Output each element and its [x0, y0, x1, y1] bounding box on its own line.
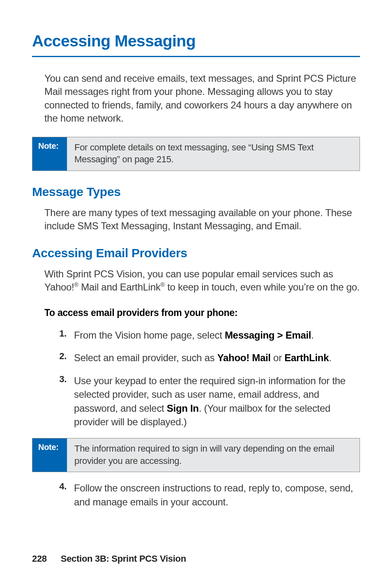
email-providers-intro: With Sprint PCS Vision, you can use popu… [44, 267, 360, 294]
step-body: Select an email provider, such as Yahoo!… [74, 351, 332, 365]
intro-paragraph: You can send and receive emails, text me… [44, 72, 360, 125]
step-body: From the Vision home page, select Messag… [74, 328, 314, 342]
list-item: 2. Select an email provider, such as Yah… [56, 351, 360, 365]
bold-text: Sign In [167, 403, 199, 414]
text: or [271, 352, 284, 363]
text: . [311, 330, 314, 341]
step-number: 2. [56, 351, 74, 365]
heading-message-types: Message Types [32, 185, 360, 199]
heading-email-providers: Accessing Email Providers [32, 246, 360, 260]
bold-text: Yahoo! Mail [217, 352, 271, 363]
note-label: Note: [32, 137, 67, 171]
page-title: Accessing Messaging [32, 32, 360, 57]
bold-text: EarthLink [284, 352, 329, 363]
bold-text: Messaging > Email [225, 330, 311, 341]
text: Select an email provider, such as [74, 352, 217, 363]
note-text: For complete details on text messaging, … [67, 137, 360, 171]
procedure-lead: To access email providers from your phon… [44, 307, 360, 318]
step-number: 1. [56, 328, 74, 342]
list-item: 1. From the Vision home page, select Mes… [56, 328, 360, 342]
list-item: 4. Follow the onscreen instructions to r… [56, 481, 360, 509]
text: From the Vision home page, select [74, 330, 225, 341]
text: Mail and EarthLink [78, 281, 161, 293]
note-text: The information required to sign in will… [67, 438, 360, 472]
step-number: 4. [56, 481, 74, 509]
note-label: Note: [32, 438, 67, 472]
text: . [329, 352, 331, 363]
list-item: 3. Use your keypad to enter the required… [56, 374, 360, 429]
page-number: 228 [32, 553, 47, 564]
note-box-2: Note: The information required to sign i… [32, 438, 360, 472]
message-types-body: There are many types of text messaging a… [44, 206, 360, 233]
note-box-1: Note: For complete details on text messa… [32, 137, 360, 171]
text: to keep in touch, even while you’re on t… [165, 281, 360, 293]
reg-mark: ® [74, 281, 78, 288]
reg-mark: ® [161, 281, 165, 288]
step-number: 3. [56, 374, 74, 429]
step-body: Use your keypad to enter the required si… [74, 374, 360, 429]
step-body: Follow the onscreen instructions to read… [74, 481, 360, 509]
page-footer: 228Section 3B: Sprint PCS Vision [32, 553, 186, 564]
section-label: Section 3B: Sprint PCS Vision [61, 553, 186, 564]
